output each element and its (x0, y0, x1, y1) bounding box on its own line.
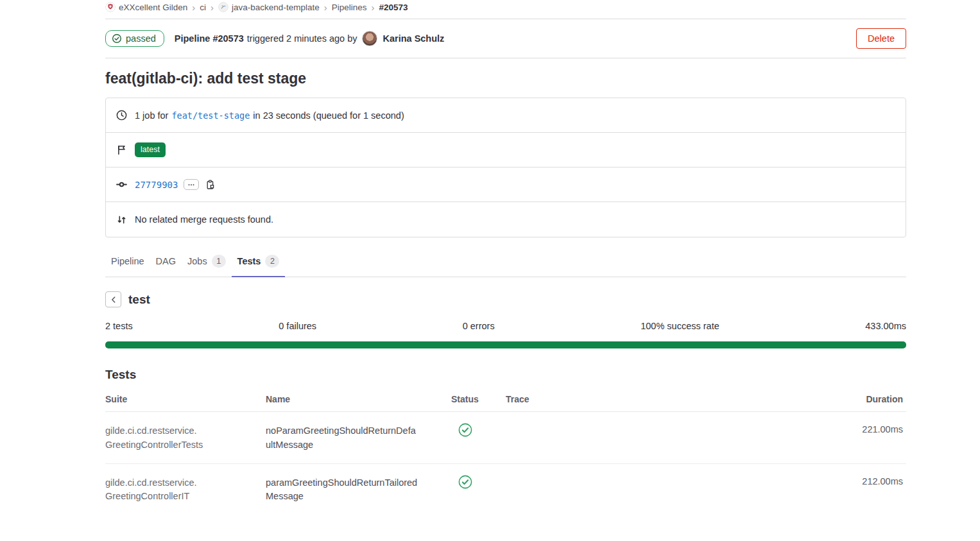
group-avatar-icon (105, 2, 116, 12)
pipeline-id: Pipeline #20573 (175, 33, 244, 44)
success-progress-bar (105, 341, 906, 348)
tab-label: DAG (156, 256, 176, 266)
breadcrumb-item-label: java-backend-template (232, 3, 320, 12)
tab-label: Pipeline (111, 256, 144, 266)
tests-section-heading: Tests (105, 368, 906, 382)
jobs-count-badge: 1 (212, 255, 226, 268)
compare-icon (116, 214, 127, 225)
copy-commit-button[interactable] (205, 180, 216, 190)
merge-requests-row: No related merge requests found. (106, 202, 906, 237)
test-suite-cell: gilde.ci.cd.restservice. GreetingControl… (105, 424, 266, 452)
jobs-duration-row: 1 job for feat/test-stage in 23 seconds … (106, 98, 906, 133)
commit-sha-link[interactable]: 27779903 (135, 180, 178, 190)
table-header-row: Suite Name Status Trace Duration (105, 386, 906, 412)
chevron-right-icon: › (324, 3, 327, 12)
test-suite-header: test (105, 291, 906, 307)
check-circle-icon (112, 33, 122, 44)
test-duration-cell: 212.00ms (836, 476, 906, 486)
chevron-left-icon (109, 295, 118, 304)
latest-row: latest (106, 133, 906, 167)
column-header-suite: Suite (105, 394, 266, 404)
test-duration-cell: 221.00ms (836, 424, 906, 434)
tests-count-badge: 2 (265, 255, 279, 268)
column-header-trace: Trace (506, 394, 836, 404)
avatar[interactable] (362, 31, 377, 46)
tab-pipeline[interactable]: Pipeline (105, 248, 150, 277)
tab-label: Tests (237, 256, 261, 266)
status-badge-label: passed (126, 33, 156, 44)
page-title: feat(gitlab-ci): add test stage (105, 70, 906, 87)
clipboard-icon (205, 180, 216, 190)
latest-badge: latest (135, 142, 166, 157)
branch-link[interactable]: feat/test-stage (171, 110, 250, 121)
chevron-right-icon: › (211, 3, 214, 12)
test-summary-stats: 2 tests 0 failures 0 errors 100% success… (105, 321, 906, 331)
pipeline-status-bar: passed Pipeline #20573 triggered 2 minut… (105, 19, 906, 58)
commit-icon (116, 179, 127, 190)
breadcrumb-current-pipeline: #20573 (379, 3, 408, 12)
chevron-right-icon: › (371, 3, 374, 12)
breadcrumb-group-link[interactable]: eXXcellent Gilden (105, 2, 187, 12)
column-header-name: Name (266, 394, 451, 404)
breadcrumb-item-label: Pipelines (332, 3, 367, 12)
page-container: eXXcellent Gilden › ci › java-backend-te… (105, 0, 906, 515)
pipeline-tabs: Pipeline DAG Jobs1 Tests2 (105, 248, 906, 277)
tests-table: Suite Name Status Trace Duration gilde.c… (105, 386, 906, 515)
test-suite-cell: gilde.ci.cd.restservice. GreetingControl… (105, 476, 266, 504)
author-name[interactable]: Karina Schulz (383, 33, 444, 44)
flag-icon (116, 144, 127, 155)
status-badge: passed (105, 30, 164, 47)
tab-tests[interactable]: Tests2 (232, 248, 286, 277)
test-suite-name: test (128, 293, 150, 307)
tab-dag[interactable]: DAG (150, 248, 182, 277)
jobs-count-text: 1 job for (135, 110, 168, 121)
project-avatar-icon (218, 2, 228, 12)
table-row: gilde.ci.cd.restservice. GreetingControl… (105, 412, 906, 464)
breadcrumb-item-label: eXXcellent Gilden (119, 3, 187, 12)
column-header-duration: Duration (836, 394, 906, 404)
tab-label: Jobs (187, 256, 207, 266)
test-name-cell: paramGreetingShouldReturnTailored Messag… (266, 476, 451, 504)
test-passed-icon (458, 423, 472, 437)
stat-failures: 0 failures (279, 321, 316, 331)
pipeline-status-left: passed Pipeline #20573 triggered 2 minut… (105, 30, 444, 47)
test-name-cell: noParamGreetingShouldReturnDefa ultMessa… (266, 424, 451, 452)
breadcrumb-item-label: ci (200, 3, 206, 12)
duration-text: in 23 seconds (queued for 1 second) (253, 110, 404, 121)
stat-duration: 433.00ms (865, 321, 906, 331)
tab-jobs[interactable]: Jobs1 (182, 248, 232, 277)
no-merge-requests-text: No related merge requests found. (135, 214, 273, 225)
breadcrumb-pipelines-link[interactable]: Pipelines (332, 3, 367, 12)
stat-errors: 0 errors (463, 321, 495, 331)
clock-icon (116, 110, 127, 121)
pipeline-info-card: 1 job for feat/test-stage in 23 seconds … (105, 98, 906, 237)
commit-row: 27779903 (106, 167, 906, 202)
test-passed-icon (458, 475, 472, 489)
stat-success-rate: 100% success rate (640, 321, 719, 331)
breadcrumb-project-link[interactable]: java-backend-template (218, 2, 320, 12)
back-button[interactable] (105, 291, 121, 307)
pipeline-trigger-info: Pipeline #20573 triggered 2 minutes ago … (175, 31, 445, 46)
chevron-right-icon: › (192, 3, 195, 12)
delete-button[interactable]: Delete (856, 28, 906, 49)
table-row: gilde.ci.cd.restservice. GreetingControl… (105, 464, 906, 515)
breadcrumb-subgroup-link[interactable]: ci (200, 3, 206, 12)
breadcrumb: eXXcellent Gilden › ci › java-backend-te… (105, 0, 906, 19)
trigger-text: triggered 2 minutes ago by (247, 33, 357, 44)
column-header-status: Status (451, 394, 506, 404)
expand-commit-button[interactable] (184, 179, 199, 190)
ellipsis-icon (187, 181, 195, 189)
stat-total-tests: 2 tests (105, 321, 133, 331)
